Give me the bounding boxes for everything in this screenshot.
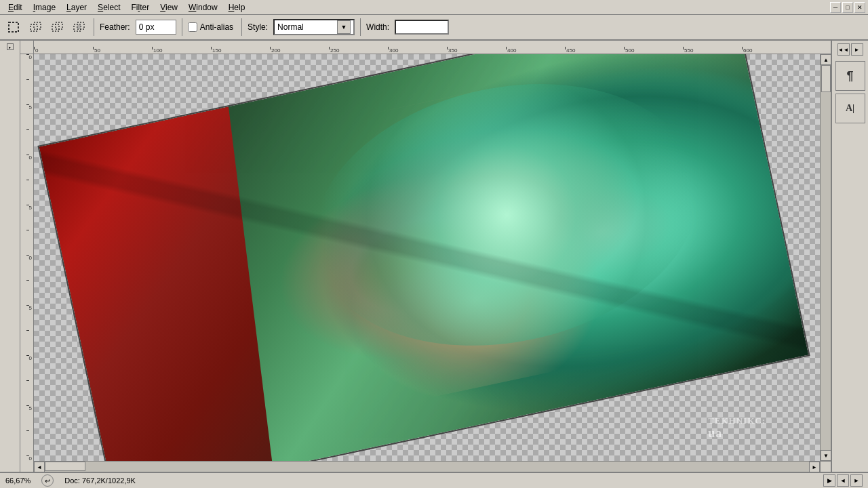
status-history-button[interactable]: ↩ [41,474,54,487]
menu-bar: Edit Image Layer Select Filter View Wind… [0,0,868,15]
ruler-h-content: 050100150200250300350400450500550600 [34,41,831,54]
restore-button[interactable]: □ [842,2,853,13]
menu-help[interactable]: Help [223,1,251,14]
ruler-left: 050505050 [20,54,34,472]
toolbar-sep-4 [360,18,361,36]
tool-subtract-select[interactable] [47,18,66,37]
scroll-right-button[interactable]: ► [809,462,820,472]
width-label: Width: [366,22,389,32]
nav-next-button[interactable]: ► [850,474,863,487]
menu-layer[interactable]: Layer [61,1,92,14]
scrollbar-vertical[interactable]: ▲ ▼ [820,54,831,461]
tool-intersect-select[interactable] [69,18,88,37]
minimize-button[interactable]: ─ [830,2,841,13]
feather-label: Feather: [100,22,130,32]
toolbar-sep-3 [241,18,242,36]
zoom-level: 66,67% [5,476,31,485]
toolbar-sep-2 [182,18,182,36]
close-button[interactable]: ✕ [854,2,865,13]
ruler-top: 050100150200250300350400450500550600 [20,41,831,54]
scrollbar-horizontal[interactable]: ◄ ► [34,461,820,472]
status-nav-controls: ▶ ◄ ► [823,474,863,487]
watermark-line2: ua [708,426,766,441]
menu-window[interactable]: Window [183,1,223,14]
toolbar: Feather: Anti-alias Style: Normal ▼ Widt… [0,15,868,41]
style-value: Normal [277,22,337,32]
scroll-down-button[interactable]: ▼ [821,450,831,461]
ruler-corner-box [20,41,34,54]
svg-rect-7 [77,24,81,29]
menu-edit[interactable]: Edit [3,1,28,14]
style-dropdown[interactable]: Normal ▼ [273,19,355,35]
scroll-up-button[interactable]: ▲ [821,54,831,65]
panel-text-button[interactable]: A| [835,94,865,123]
scroll-h-thumb[interactable] [45,462,85,471]
scroll-v-thumb[interactable] [821,65,831,92]
scroll-left-button[interactable]: ◄ [34,462,45,472]
menu-view[interactable]: View [155,1,183,14]
watermark-line1: TEKHNIKC: [708,415,766,426]
canvas-viewport[interactable]: TEKHNIKC: ua [34,54,820,461]
paragraph-icon: ¶ [846,69,853,83]
nav-prev-button[interactable]: ◄ [837,474,849,487]
dropdown-arrow-icon[interactable]: ▼ [337,20,351,34]
doc-info: Doc: 767,2K/1022,9K [64,476,136,485]
antialias-label: Anti-alias [200,22,233,32]
antialias-group: Anti-alias [188,22,236,32]
menu-filter[interactable]: Filter [125,1,155,14]
nav-play-button[interactable]: ▶ [823,474,835,487]
left-panel: ▸ [0,41,20,472]
style-group: Style: Normal ▼ [248,19,355,35]
antialias-checkbox[interactable] [188,22,197,32]
panel-scroll-controls: ◄◄ ► [837,43,863,56]
panel-scroll-right[interactable]: ► [851,43,863,56]
tool-add-select[interactable] [26,18,45,37]
right-panel: ◄◄ ► ¶ A| [831,41,868,472]
scroll-h-track[interactable] [45,462,809,472]
text-icon: A| [846,103,854,114]
panel-scroll-up[interactable]: ◄◄ [837,43,850,56]
svg-rect-0 [9,22,18,32]
feather-input[interactable] [136,20,176,35]
inner-canvas[interactable]: 050505050 TE [20,54,831,472]
scroll-corner [820,461,831,472]
status-bar: 66,67% ↩ Doc: 767,2K/1022,9K ▶ ◄ ► [0,472,868,488]
ruler-corner: ▸ [7,43,14,50]
style-label: Style: [248,22,268,32]
scroll-v-track[interactable] [821,65,831,450]
width-input[interactable] [395,20,449,35]
main-area: ▸ 050100150200250300350400450500550600 0… [0,41,868,472]
panel-paragraph-button[interactable]: ¶ [835,61,865,91]
canvas-wrapper: 050100150200250300350400450500550600 050… [20,41,831,472]
toolbar-sep-1 [94,18,94,36]
watermark: TEKHNIKC: ua [708,415,766,441]
tool-rect-select[interactable] [4,18,23,37]
menu-image[interactable]: Image [28,1,61,14]
menu-select[interactable]: Select [92,1,125,14]
